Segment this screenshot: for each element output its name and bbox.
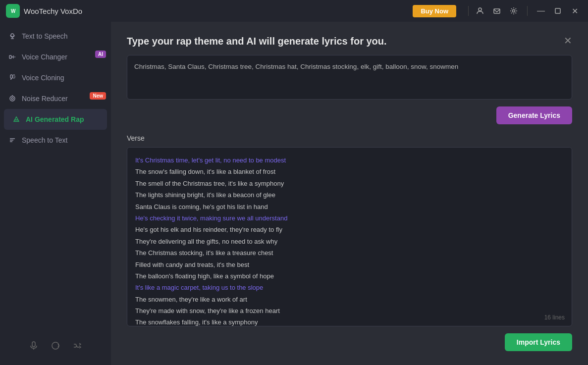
svg-rect-10 (10, 75, 12, 78)
sidebar-label-voice-changer: Voice Changer (22, 53, 67, 61)
ai-badge: AI (95, 51, 106, 58)
new-badge: New (90, 92, 106, 100)
lyrics-line: The balloon's floating high, like a symb… (135, 270, 564, 282)
sidebar-label-ai-generated-rap: AI Generated Rap (26, 115, 84, 123)
svg-rect-9 (9, 55, 11, 58)
minimize-button[interactable]: — (534, 3, 548, 18)
text-to-speech-icon (8, 32, 17, 41)
voice-cloning-icon (8, 73, 17, 82)
import-row: Import Lyrics (127, 333, 572, 351)
sidebar-item-noise-reducer[interactable]: Noise Reducer New (0, 88, 111, 109)
lyrics-line: It's like a magic carpet, taking us to t… (135, 282, 564, 293)
ai-rap-icon (12, 115, 21, 124)
app-logo: W (6, 4, 20, 18)
speech-to-text-icon (8, 136, 17, 145)
buy-now-button[interactable]: Buy Now (413, 5, 456, 17)
page-title: Type your rap theme and AI will generate… (127, 36, 387, 47)
lyrics-box: It's Christmas time, let's get lit, no n… (127, 147, 572, 326)
svg-point-6 (11, 34, 14, 37)
content-area: Type your rap theme and AI will generate… (111, 22, 588, 365)
svg-point-12 (10, 96, 15, 101)
lyrics-line: Santa Claus is coming, he's got his list… (135, 201, 564, 212)
lyrics-container: It's Christmas time, let's get lit, no n… (135, 155, 564, 326)
mail-icon-button[interactable] (489, 3, 504, 18)
lyrics-line: The Christmas stocking, it's like a trea… (135, 247, 564, 259)
sidebar-label-speech-to-text: Speech to Text (22, 136, 67, 144)
main-layout: Text to Speech Voice Changer AI Voice Cl… (0, 22, 588, 365)
sidebar: Text to Speech Voice Changer AI Voice Cl… (0, 22, 111, 365)
user-icon-button[interactable] (473, 3, 487, 18)
sidebar-label-noise-reducer: Noise Reducer (22, 95, 68, 103)
sidebar-item-voice-cloning[interactable]: Voice Cloning (0, 67, 111, 88)
svg-rect-5 (555, 8, 560, 13)
titlebar-separator (468, 6, 469, 16)
sidebar-item-speech-to-text[interactable]: Speech to Text (0, 130, 111, 151)
theme-input[interactable]: Christmas, Santa Claus, Christmas tree, … (127, 55, 572, 100)
lyrics-line: They're made with snow, they're like a f… (135, 305, 564, 316)
lyrics-line: The snowflakes falling, it's like a symp… (135, 316, 564, 326)
lyrics-line: The snowmen, they're like a work of art (135, 294, 564, 305)
noise-reducer-icon (8, 94, 17, 103)
svg-rect-15 (32, 342, 35, 347)
settings-icon-button[interactable] (506, 3, 521, 18)
verse-label: Verse (127, 134, 572, 142)
svg-point-2 (479, 8, 481, 11)
generate-lyrics-button[interactable]: Generate Lyrics (496, 106, 572, 124)
svg-point-13 (11, 98, 13, 100)
close-window-button[interactable]: ✕ (567, 3, 582, 18)
lyrics-line: The smell of the Christmas tree, it's li… (135, 178, 564, 189)
lyrics-line: The snow's falling down, it's like a bla… (135, 166, 564, 177)
microphone-icon[interactable] (29, 341, 39, 353)
theme-input-text: Christmas, Santa Claus, Christmas tree, … (134, 63, 458, 70)
svg-text:W: W (11, 8, 16, 14)
content-header: Type your rap theme and AI will generate… (127, 36, 572, 47)
app-title: WooTechy VoxDo (24, 7, 413, 15)
sidebar-label-voice-cloning: Voice Cloning (22, 74, 64, 82)
svg-rect-3 (494, 9, 500, 13)
sidebar-label-text-to-speech: Text to Speech (22, 32, 68, 40)
loop-icon[interactable] (51, 341, 60, 353)
close-content-button[interactable]: ✕ (564, 36, 572, 46)
sidebar-item-voice-changer[interactable]: Voice Changer AI (0, 47, 111, 67)
lines-count: 16 lines (544, 314, 565, 321)
maximize-button[interactable] (550, 3, 565, 18)
voice-changer-icon (8, 52, 17, 61)
lyrics-line: They're delivering all the gifts, no nee… (135, 236, 564, 247)
generate-row: Generate Lyrics (127, 106, 572, 124)
lyrics-line: It's Christmas time, let's get lit, no n… (135, 155, 564, 166)
lyrics-line: He's got his elk and his reindeer, they'… (135, 224, 564, 235)
import-lyrics-button[interactable]: Import Lyrics (505, 333, 572, 351)
lyrics-line: Filled with candy and treats, it's the b… (135, 259, 564, 270)
lyrics-line: He's checking it twice, making sure we a… (135, 212, 564, 224)
titlebar-icons: — ✕ (473, 3, 582, 18)
shuffle-icon[interactable] (72, 341, 82, 353)
lyrics-line: The lights shining bright, it's like a b… (135, 189, 564, 201)
sidebar-item-text-to-speech[interactable]: Text to Speech (0, 26, 111, 47)
titlebar-separator-2 (527, 6, 528, 16)
titlebar: W WooTechy VoxDo Buy Now — (0, 0, 588, 22)
sidebar-item-ai-generated-rap[interactable]: AI Generated Rap (4, 109, 107, 130)
svg-rect-11 (13, 75, 15, 78)
svg-point-4 (513, 10, 515, 12)
sidebar-bottom (0, 333, 111, 361)
